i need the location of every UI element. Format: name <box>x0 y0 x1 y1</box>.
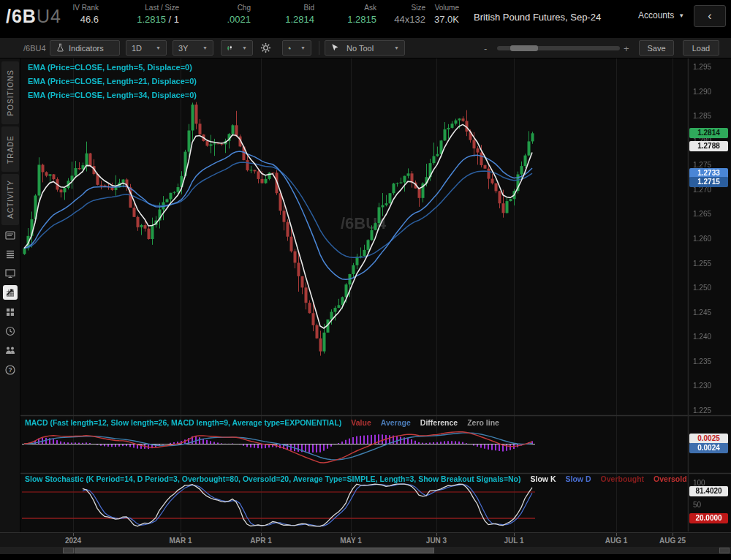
price-badge-ema5: 1.2788 <box>689 141 728 151</box>
price-tick-1.265: 1.265 <box>693 210 711 218</box>
zoom-slider-thumb[interactable] <box>510 45 538 51</box>
quote-panel-icon[interactable] <box>3 228 18 243</box>
price-tick-1.290: 1.290 <box>693 88 711 96</box>
stoch-tick-50: 50 <box>693 501 701 509</box>
accounts-dropdown[interactable]: Accounts▼ <box>638 10 684 20</box>
field-iv-rank: IV Rank 46.6 <box>51 4 99 25</box>
ledger-icon[interactable] <box>3 247 18 262</box>
price-tick-1.240: 1.240 <box>693 333 711 341</box>
field-label: Chg <box>203 4 251 12</box>
stoch-legend-slow-k: Slow K <box>531 474 556 484</box>
zoom-in-button[interactable]: + <box>624 43 629 54</box>
chevron-down-icon: ▼ <box>156 45 161 50</box>
ema34-legend-label[interactable]: EMA (Price=CLOSE, Length=34, Displace=0) <box>28 91 197 105</box>
field-ask: Ask 1.2815 <box>324 4 376 25</box>
time-label-mar-1: MAR 1 <box>169 537 192 545</box>
time-axis: 2024MAR 1APR 1MAY 1JUN 3JUL 1AUG 1AUG 25 <box>0 532 731 547</box>
svg-text:?: ? <box>8 366 12 374</box>
time-label-2024: 2024 <box>65 537 81 545</box>
field-value: .0021 <box>203 14 251 25</box>
time-tick <box>673 533 673 536</box>
indicators-button[interactable]: Indicators <box>50 40 120 56</box>
ema21-legend-label[interactable]: EMA (Price=CLOSE, Length=21, Displace=0) <box>28 77 197 91</box>
stochastic-study-legend: Slow Stochastic (K Period=14, D Period=3… <box>25 474 686 484</box>
trading-app-window: /6BU4 IV Rank 46.6 Last / Size 1.2815 / … <box>0 0 731 560</box>
stochastic-legend-title[interactable]: Slow Stochastic (K Period=14, D Period=3… <box>25 474 521 484</box>
monitor-icon[interactable] <box>3 266 18 281</box>
drawing-set-dropdown[interactable]: ▼ <box>282 40 311 56</box>
sidebar-tab-positions[interactable]: POSITIONS <box>1 61 19 124</box>
price-tick-1.260: 1.260 <box>693 235 711 243</box>
ema-study-legend: EMA (Price=CLOSE, Length=5, Displace=0) … <box>28 63 197 105</box>
macd-study-legend: MACD (Fast length=12, Slow length=26, MA… <box>25 418 686 428</box>
time-label-aug-25: AUG 25 <box>659 537 686 545</box>
ema5-legend-label[interactable]: EMA (Price=CLOSE, Length=5, Displace=0) <box>28 63 197 77</box>
scrollbar-thumb[interactable] <box>75 548 434 553</box>
macd-legend-difference: Difference <box>420 418 458 428</box>
flask-icon <box>56 43 65 53</box>
zoom-slider-track[interactable] <box>497 46 620 50</box>
price-badge-ema34: 1.2715 <box>689 177 728 187</box>
drawing-tool-dropdown[interactable]: No Tool ▼ <box>325 40 405 56</box>
instrument-description: British Pound Futures, Sep-24 <box>474 12 601 23</box>
save-button[interactable]: Save <box>639 40 674 56</box>
scrollbar-left-handle[interactable] <box>63 548 74 553</box>
time-label-apr-1: APR 1 <box>250 537 271 545</box>
price-chart-canvas[interactable] <box>0 58 731 532</box>
time-label-jul-1: JUL 1 <box>504 537 523 545</box>
chevron-down-icon: ▼ <box>242 45 247 50</box>
layers-globe-icon <box>288 43 291 53</box>
toolbar-symbol-label: /6BU4 <box>23 44 46 53</box>
time-tick <box>616 533 617 536</box>
load-button[interactable]: Load <box>683 40 719 56</box>
stoch-legend-slow-d: Slow D <box>566 474 591 484</box>
zoom-out-button[interactable]: - <box>484 43 487 54</box>
field-label: Volume <box>417 4 459 12</box>
chevron-down-icon: ▼ <box>394 45 399 50</box>
time-tick <box>351 533 352 536</box>
aggregation-dropdown[interactable]: 1D▼ <box>126 40 167 56</box>
time-tick <box>261 533 262 536</box>
price-tick-1.250: 1.250 <box>693 284 711 292</box>
price-tick-1.255: 1.255 <box>693 260 711 268</box>
gear-icon <box>260 42 271 53</box>
stoch-legend-overbought: Overbought <box>601 474 645 484</box>
price-tick-1.225: 1.225 <box>693 406 711 415</box>
stoch-legend-oversold: Oversold <box>654 474 686 484</box>
price-tick-1.295: 1.295 <box>693 63 711 71</box>
chart-style-dropdown[interactable]: ▼ <box>221 40 253 56</box>
time-tick <box>181 533 181 536</box>
macd-badge-average: 0.0024 <box>689 443 728 453</box>
macd-legend-zero-line: Zero line <box>467 418 499 428</box>
grid-icon[interactable] <box>3 305 18 319</box>
chart-toolbar: /6BU4 Indicators 1D▼ 3Y▼ ▼ <box>0 38 731 58</box>
scrollbar-right-handle[interactable] <box>719 548 730 553</box>
field-volume: Volume 37.0K <box>417 4 459 25</box>
price-tick-1.235: 1.235 <box>693 357 711 366</box>
stoch-badge-oversold: 20.0000 <box>689 513 728 523</box>
sidebar-tab-activity[interactable]: ACTIVITY <box>1 174 19 225</box>
macd-legend-title[interactable]: MACD (Fast length=12, Slow length=26, MA… <box>25 418 341 428</box>
time-range-dropdown[interactable]: 3Y▼ <box>173 40 213 56</box>
time-tick <box>514 533 515 536</box>
left-sidebar: POSITIONS TRADE ACTIVITY ? <box>0 58 20 560</box>
price-tick-1.230: 1.230 <box>693 382 711 390</box>
sidebar-tab-trade[interactable]: TRADE <box>1 126 19 172</box>
cursor-arrow-icon <box>330 43 339 53</box>
community-icon[interactable] <box>3 343 18 357</box>
time-tick <box>436 533 437 536</box>
price-tick-1.285: 1.285 <box>693 112 711 120</box>
chart-settings-button[interactable] <box>259 40 276 56</box>
collapse-panel-button[interactable]: ‹ <box>694 5 726 27</box>
chart-scrollbar[interactable] <box>0 547 731 554</box>
stoch-badge-slow-k: 81.4020 <box>689 486 728 496</box>
chart-icon[interactable] <box>3 285 18 300</box>
field-label: IV Rank <box>51 4 99 12</box>
field-value: 46.6 <box>51 14 99 25</box>
field-value: 1.2815 / 1 <box>110 14 179 25</box>
history-clock-icon[interactable] <box>3 324 18 338</box>
price-badge-last-price: 1.2814 <box>689 128 728 138</box>
chevron-down-icon: ▼ <box>202 45 208 50</box>
field-value: 37.0K <box>417 14 459 25</box>
help-icon[interactable]: ? <box>3 363 18 377</box>
